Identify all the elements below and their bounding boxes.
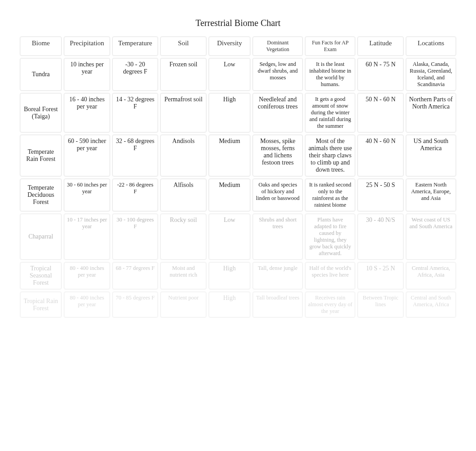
table-row: Temperate Rain Forest 60 - 590 incher pe… (20, 134, 456, 177)
cell-soil: Moist and nutrient rich (160, 262, 207, 290)
cell-locations: Northern Parts of North America (406, 93, 456, 133)
cell-fact: Most of the animals there use their shar… (305, 134, 355, 177)
cell-precip: 80 - 400 inches per year (64, 262, 110, 290)
cell-locations: Central and South America, Africa (406, 291, 456, 318)
cell-biome: Tropical Rain Forest (20, 291, 62, 318)
cell-diversity: Medium (208, 134, 251, 177)
cell-locations: US and South America (406, 134, 456, 177)
cell-fact: It is the least inhabited biome in the w… (305, 58, 355, 91)
cell-vegetation: Needleleaf and coniferous trees (252, 93, 303, 133)
table-header-row: Biome Precipitation Temperature Soil Div… (20, 36, 456, 56)
cell-diversity: High (208, 93, 251, 133)
cell-temp: -30 - 20 degrees F (112, 58, 159, 91)
cell-locations: Alaska, Canada, Russia, Greenland, Icela… (406, 58, 456, 91)
cell-precip: 16 - 40 inches per year (64, 93, 110, 133)
cell-fact: Plants have adapted to fire caused by li… (305, 213, 355, 260)
cell-latitude: 60 N - 75 N (357, 58, 404, 91)
cell-locations: West coast of US and South America (406, 213, 456, 260)
col-precip: Precipitation (64, 36, 110, 56)
cell-vegetation: Tall, dense jungle (252, 262, 303, 290)
cell-precip: 10 - 17 inches per year (64, 213, 110, 260)
col-diversity: Diversity (208, 36, 251, 56)
table-row: Tropical Seasonal Forest 80 - 400 inches… (20, 262, 456, 290)
cell-diversity: Medium (208, 178, 251, 212)
cell-fact: It is ranked second only to the rainfore… (305, 178, 355, 212)
col-temp: Temperature (112, 36, 159, 56)
cell-temp: 30 - 100 degrees F (112, 213, 159, 260)
cell-soil: Permafrost soil (160, 93, 207, 133)
cell-temp: 68 - 77 degrees F (112, 262, 159, 290)
cell-latitude: 40 N - 60 N (357, 134, 404, 177)
cell-latitude: 10 S - 25 N (357, 262, 404, 290)
cell-biome: Temperate Deciduous Forest (20, 178, 62, 212)
cell-vegetation: Tall broadleaf trees (252, 291, 303, 318)
cell-biome: Boreal Forest (Taiga) (20, 93, 62, 133)
cell-precip: 30 - 60 inches per year (64, 178, 110, 212)
table-row: Chaparral 10 - 17 inches per year 30 - 1… (20, 213, 456, 260)
cell-soil: Rocky soil (160, 213, 207, 260)
cell-latitude: Between Tropic lines (357, 291, 404, 318)
cell-latitude: 25 N - 50 S (357, 178, 404, 212)
cell-temp: 14 - 32 degrees F (112, 93, 159, 133)
col-soil: Soil (160, 36, 207, 56)
cell-temp: 32 - 68 degrees F (112, 134, 159, 177)
cell-soil: Andisols (160, 134, 207, 177)
biome-chart-page: Terrestrial Biome Chart Biome Precipitat… (0, 0, 476, 320)
cell-locations: Central America, Africa, Asia (406, 262, 456, 290)
table-row: Temperate Deciduous Forest 30 - 60 inche… (20, 178, 456, 212)
col-fact: Fun Facts for AP Exam (305, 36, 355, 56)
cell-diversity: High (208, 262, 251, 290)
col-locations: Locations (406, 36, 456, 56)
cell-biome: Temperate Rain Forest (20, 134, 62, 177)
cell-vegetation: Sedges, low and dwarf shrubs, and mosses (252, 58, 303, 91)
cell-biome: Tropical Seasonal Forest (20, 262, 62, 290)
cell-precip: 80 - 400 inches per year (64, 291, 110, 318)
cell-latitude: 30 - 40 N/S (357, 213, 404, 260)
page-title: Terrestrial Biome Chart (18, 18, 458, 28)
cell-fact: It gets a good amount of snow during the… (305, 93, 355, 133)
cell-soil: Frozen soil (160, 58, 207, 91)
cell-biome: Chaparral (20, 213, 62, 260)
cell-diversity: High (208, 291, 251, 318)
cell-fact: Half of the world's species live here (305, 262, 355, 290)
cell-temp: -22 - 86 degrees F (112, 178, 159, 212)
cell-diversity: Low (208, 213, 251, 260)
cell-biome: Tundra (20, 58, 62, 91)
col-vegetation: Dominant Vegetation (252, 36, 303, 56)
col-biome: Biome (20, 36, 62, 56)
col-latitude: Latitude (357, 36, 404, 56)
table-row: Tropical Rain Forest 80 - 400 inches per… (20, 291, 456, 318)
cell-vegetation: Mosses, spike mosses, ferns and lichens … (252, 134, 303, 177)
cell-soil: Alfisols (160, 178, 207, 212)
cell-diversity: Low (208, 58, 251, 91)
cell-fact: Receives rain almost every day of the ye… (305, 291, 355, 318)
table-row: Tundra 10 inches per year -30 - 20 degre… (20, 58, 456, 91)
cell-locations: Eastern North America, Europe, and Asia (406, 178, 456, 212)
cell-soil: Nutrient poor (160, 291, 207, 318)
cell-precip: 60 - 590 incher per year (64, 134, 110, 177)
cell-vegetation: Oaks and species of hickory and linden o… (252, 178, 303, 212)
table-row: Boreal Forest (Taiga) 16 - 40 inches per… (20, 93, 456, 133)
cell-latitude: 50 N - 60 N (357, 93, 404, 133)
cell-vegetation: Shrubs and short trees (252, 213, 303, 260)
cell-temp: 70 - 85 degrees F (112, 291, 159, 318)
biome-table: Biome Precipitation Temperature Soil Div… (18, 35, 458, 320)
cell-precip: 10 inches per year (64, 58, 110, 91)
table-body: Tundra 10 inches per year -30 - 20 degre… (20, 58, 456, 318)
